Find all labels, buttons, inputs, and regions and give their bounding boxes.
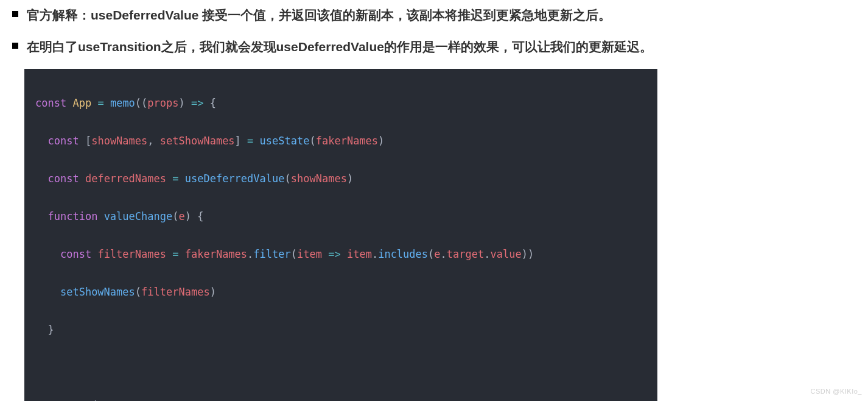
param-e: e [178,210,184,222]
id-e: e [434,248,440,260]
id-fakerNames: fakerNames [316,135,378,147]
param-props: props [147,97,178,109]
id-target: target [447,248,484,260]
fn-filter: filter [253,248,290,260]
kw-const: const [35,97,66,109]
id-showNames: showNames [91,135,147,147]
id-showNames2: showNames [291,172,347,185]
bullet-square-icon [12,43,18,49]
id-value: value [490,248,521,260]
id-app: App [72,97,91,109]
fn-useState: useState [260,135,310,147]
id-fakerNames2: fakerNames [185,248,247,260]
fn-valueChange: valueChange [104,210,173,222]
kw-const: const [47,172,79,185]
fn-memo: memo [110,97,135,109]
id-item: item [347,248,372,260]
id-filterNames2: filterNames [141,286,210,298]
kw-const: const [47,135,79,147]
bullet-text-1: 官方解释：useDeferredValue 接受一个值，并返回该值的新副本，该副… [27,5,611,26]
op-eq: = [247,135,253,147]
kw-const: const [60,248,91,260]
op-eq: = [97,97,103,109]
fn-includes: includes [378,248,428,260]
fn-useDeferredValue: useDeferredValue [185,172,285,185]
id-filterNames: filterNames [97,248,166,260]
param-item: item [297,248,322,260]
op-eq: = [172,248,178,260]
bullet-text-2: 在明白了useTransition之后，我们就会发现useDeferredVal… [27,37,653,57]
kw-function: function [47,210,97,222]
id-deferredNames: deferredNames [85,172,166,185]
fn-setShowNames: setShowNames [60,286,135,298]
bullet-item-1: 官方解释：useDeferredValue 接受一个值，并返回该值的新副本，该副… [12,5,856,26]
op-eq: = [172,172,178,185]
code-container: const App = memo((props) => { const [sho… [24,69,657,401]
watermark: CSDN @KIKIo_ [811,388,862,395]
op-arrow: => [328,248,340,260]
bullet-square-icon [12,11,18,17]
id-setShowNames: setShowNames [160,135,235,147]
code-block: const App = memo((props) => { const [sho… [24,69,657,401]
op-arrow: => [191,97,203,109]
bullet-item-2: 在明白了useTransition之后，我们就会发现useDeferredVal… [12,37,856,57]
